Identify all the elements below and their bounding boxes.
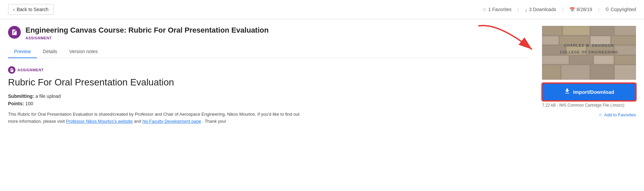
professor-link[interactable]: Professor Nikos Mourtos's website <box>66 119 133 124</box>
resource-type-badge: ASSIGNMENT <box>25 36 269 40</box>
svg-rect-17 <box>542 65 560 80</box>
separator-2: | <box>562 7 564 12</box>
tab-details[interactable]: Details <box>37 45 63 58</box>
description-block: This Rubric for Oral Presentation Evalua… <box>8 111 310 125</box>
preview-section: ASSIGNMENT Rubric For Oral Presentation … <box>8 65 527 126</box>
preview-title: Rubric For Oral Presentation Evaluation <box>8 76 527 88</box>
separator-1: | <box>518 7 519 12</box>
description-end: . Thank you! <box>202 119 226 124</box>
submitting-label: Submitting: <box>8 93 34 99</box>
back-to-search-button[interactable]: ‹ Back to Search <box>8 4 54 15</box>
import-download-button[interactable]: Import/Download <box>542 83 636 101</box>
calendar-icon: 📅 <box>570 7 575 12</box>
resource-header: Engineering Canvas Course: Rubric For Or… <box>8 26 527 40</box>
right-panel: CHARLES W. DAVIDSON COLLEGE OF ENGINEERI… <box>535 26 636 126</box>
svg-rect-3 <box>590 26 614 35</box>
star-icon: ☆ <box>482 6 487 12</box>
assignment-small-icon <box>10 68 14 72</box>
download-icon: ↓ <box>525 7 528 12</box>
submitting-value: a file upload <box>36 93 61 99</box>
thumbnail-container: CHARLES W. DAVIDSON COLLEGE OF ENGINEERI… <box>542 26 636 80</box>
downloads-meta: ↓ 3 Downloads <box>525 7 556 12</box>
points-value: 100 <box>25 101 33 106</box>
svg-rect-16 <box>614 55 636 64</box>
tabs-container: Preview Details Version notes <box>8 45 527 58</box>
chevron-left-icon: ‹ <box>13 7 15 12</box>
preview-badge-label: ASSIGNMENT <box>17 68 44 72</box>
points-row: Points: 100 <box>8 101 527 106</box>
tab-preview[interactable]: Preview <box>8 45 37 58</box>
resource-thumbnail: CHARLES W. DAVIDSON COLLEGE OF ENGINEERI… <box>542 26 636 80</box>
svg-text:CHARLES W. DAVIDSON: CHARLES W. DAVIDSON <box>564 43 614 47</box>
svg-rect-15 <box>594 55 614 64</box>
back-button-label: Back to Search <box>17 7 49 12</box>
import-svg-icon <box>564 88 571 94</box>
add-favorites-label: Add to Favorites <box>604 112 636 117</box>
svg-rect-1 <box>542 26 562 35</box>
preview-type-badge-row: ASSIGNMENT <box>8 66 527 74</box>
top-right-meta: ☆ 1 Favorites | ↓ 3 Downloads | 📅 8/28/1… <box>482 6 636 12</box>
thumbnail-svg: CHARLES W. DAVIDSON COLLEGE OF ENGINEERI… <box>542 26 636 80</box>
left-content: Engineering Canvas Course: Rubric For Or… <box>8 26 527 126</box>
date-value: 8/28/19 <box>577 7 592 12</box>
faculty-development-link[interactable]: his Faculty Development page <box>143 119 201 124</box>
import-button-label: Import/Download <box>573 89 614 95</box>
svg-text:COLLEGE OF ENGINEERING: COLLEGE OF ENGINEERING <box>560 50 618 54</box>
svg-rect-13 <box>542 55 569 64</box>
svg-rect-14 <box>570 55 593 64</box>
assignment-icon <box>11 29 18 36</box>
add-to-favorites-button[interactable]: ☆ Add to Favorites <box>598 112 636 117</box>
top-bar: ‹ Back to Search ☆ 1 Favorites | ↓ 3 Dow… <box>0 0 644 19</box>
main-content: Engineering Canvas Course: Rubric For Or… <box>0 19 644 126</box>
svg-rect-2 <box>563 26 590 35</box>
resource-title-block: Engineering Canvas Course: Rubric For Or… <box>25 26 269 40</box>
copyright-icon: © <box>605 7 609 12</box>
tab-version-notes[interactable]: Version notes <box>63 45 104 58</box>
resource-title: Engineering Canvas Course: Rubric For Or… <box>25 26 269 35</box>
resource-type-icon <box>8 26 21 39</box>
separator-3: | <box>598 7 600 12</box>
svg-rect-8 <box>611 36 636 45</box>
points-label: Points: <box>8 101 24 106</box>
file-info: 7.22 kB - IMS Common Cartridge File (.im… <box>542 103 636 108</box>
svg-rect-18 <box>561 65 590 80</box>
copyright-meta: © Copyrighted <box>605 7 636 12</box>
svg-rect-19 <box>590 65 614 80</box>
date-meta: 📅 8/28/19 <box>570 7 592 12</box>
favorites-count: 1 Favorites <box>488 7 512 12</box>
svg-rect-20 <box>614 65 636 80</box>
preview-badge-icon <box>8 66 15 74</box>
import-icon <box>564 88 571 96</box>
copyright-label: Copyrighted <box>611 7 636 12</box>
star-outline-icon: ☆ <box>598 112 602 117</box>
downloads-count: 3 Downloads <box>529 7 556 12</box>
favorites-meta: ☆ 1 Favorites <box>482 6 512 12</box>
description-middle: and <box>134 119 142 124</box>
svg-rect-5 <box>542 36 559 45</box>
svg-rect-4 <box>614 26 636 35</box>
submitting-row: Submitting: a file upload <box>8 93 527 99</box>
